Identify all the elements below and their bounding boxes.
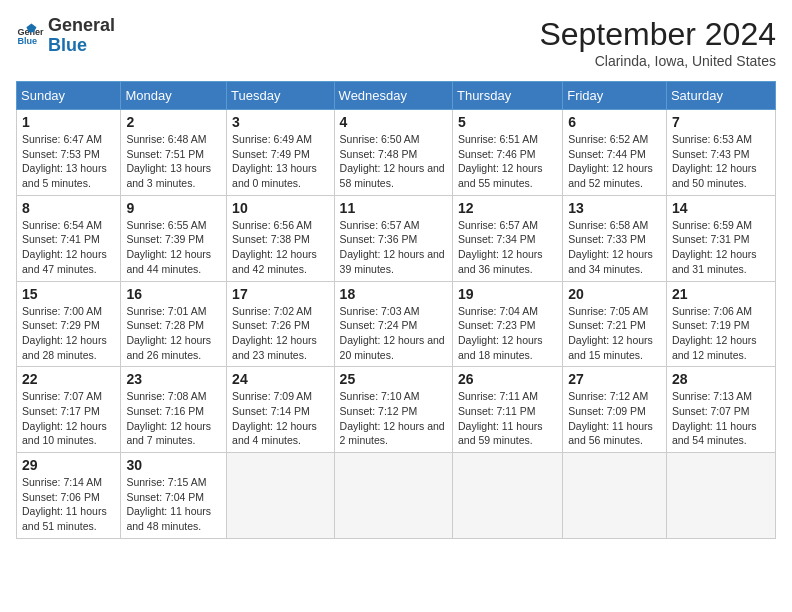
day-number: 21 xyxy=(672,286,770,302)
day-number: 12 xyxy=(458,200,557,216)
day-info: Sunrise: 7:14 AMSunset: 7:06 PMDaylight:… xyxy=(22,476,107,532)
day-number: 29 xyxy=(22,457,115,473)
day-number: 14 xyxy=(672,200,770,216)
calendar-week-row: 15 Sunrise: 7:00 AMSunset: 7:29 PMDaylig… xyxy=(17,281,776,367)
day-info: Sunrise: 7:06 AMSunset: 7:19 PMDaylight:… xyxy=(672,305,757,361)
day-info: Sunrise: 6:56 AMSunset: 7:38 PMDaylight:… xyxy=(232,219,317,275)
calendar-week-row: 8 Sunrise: 6:54 AMSunset: 7:41 PMDayligh… xyxy=(17,195,776,281)
calendar-cell: 12 Sunrise: 6:57 AMSunset: 7:34 PMDaylig… xyxy=(452,195,562,281)
title-block: September 2024 Clarinda, Iowa, United St… xyxy=(539,16,776,69)
header-sunday: Sunday xyxy=(17,82,121,110)
calendar-cell: 27 Sunrise: 7:12 AMSunset: 7:09 PMDaylig… xyxy=(563,367,667,453)
day-info: Sunrise: 6:52 AMSunset: 7:44 PMDaylight:… xyxy=(568,133,653,189)
day-info: Sunrise: 7:11 AMSunset: 7:11 PMDaylight:… xyxy=(458,390,543,446)
header-thursday: Thursday xyxy=(452,82,562,110)
calendar-cell: 29 Sunrise: 7:14 AMSunset: 7:06 PMDaylig… xyxy=(17,453,121,539)
logo-icon: General Blue xyxy=(16,22,44,50)
day-info: Sunrise: 7:09 AMSunset: 7:14 PMDaylight:… xyxy=(232,390,317,446)
day-number: 30 xyxy=(126,457,221,473)
month-title: September 2024 xyxy=(539,16,776,53)
day-info: Sunrise: 7:13 AMSunset: 7:07 PMDaylight:… xyxy=(672,390,757,446)
calendar-cell xyxy=(452,453,562,539)
calendar-cell: 2 Sunrise: 6:48 AMSunset: 7:51 PMDayligh… xyxy=(121,110,227,196)
calendar-week-row: 22 Sunrise: 7:07 AMSunset: 7:17 PMDaylig… xyxy=(17,367,776,453)
calendar-cell: 11 Sunrise: 6:57 AMSunset: 7:36 PMDaylig… xyxy=(334,195,452,281)
header-tuesday: Tuesday xyxy=(227,82,334,110)
calendar-cell: 10 Sunrise: 6:56 AMSunset: 7:38 PMDaylig… xyxy=(227,195,334,281)
day-info: Sunrise: 6:58 AMSunset: 7:33 PMDaylight:… xyxy=(568,219,653,275)
calendar-cell: 7 Sunrise: 6:53 AMSunset: 7:43 PMDayligh… xyxy=(666,110,775,196)
calendar-cell xyxy=(334,453,452,539)
day-info: Sunrise: 7:01 AMSunset: 7:28 PMDaylight:… xyxy=(126,305,211,361)
day-number: 20 xyxy=(568,286,661,302)
location: Clarinda, Iowa, United States xyxy=(539,53,776,69)
day-number: 25 xyxy=(340,371,447,387)
day-info: Sunrise: 6:48 AMSunset: 7:51 PMDaylight:… xyxy=(126,133,211,189)
calendar-cell: 25 Sunrise: 7:10 AMSunset: 7:12 PMDaylig… xyxy=(334,367,452,453)
day-info: Sunrise: 6:55 AMSunset: 7:39 PMDaylight:… xyxy=(126,219,211,275)
day-number: 10 xyxy=(232,200,328,216)
day-number: 11 xyxy=(340,200,447,216)
day-info: Sunrise: 6:51 AMSunset: 7:46 PMDaylight:… xyxy=(458,133,543,189)
calendar-cell xyxy=(666,453,775,539)
calendar-cell: 16 Sunrise: 7:01 AMSunset: 7:28 PMDaylig… xyxy=(121,281,227,367)
day-info: Sunrise: 6:47 AMSunset: 7:53 PMDaylight:… xyxy=(22,133,107,189)
day-number: 9 xyxy=(126,200,221,216)
day-number: 23 xyxy=(126,371,221,387)
day-number: 7 xyxy=(672,114,770,130)
day-info: Sunrise: 6:57 AMSunset: 7:36 PMDaylight:… xyxy=(340,219,445,275)
day-info: Sunrise: 7:10 AMSunset: 7:12 PMDaylight:… xyxy=(340,390,445,446)
calendar-cell: 28 Sunrise: 7:13 AMSunset: 7:07 PMDaylig… xyxy=(666,367,775,453)
day-info: Sunrise: 7:05 AMSunset: 7:21 PMDaylight:… xyxy=(568,305,653,361)
calendar-cell: 15 Sunrise: 7:00 AMSunset: 7:29 PMDaylig… xyxy=(17,281,121,367)
calendar-header-row: SundayMondayTuesdayWednesdayThursdayFrid… xyxy=(17,82,776,110)
calendar-cell: 17 Sunrise: 7:02 AMSunset: 7:26 PMDaylig… xyxy=(227,281,334,367)
header-saturday: Saturday xyxy=(666,82,775,110)
calendar-cell: 3 Sunrise: 6:49 AMSunset: 7:49 PMDayligh… xyxy=(227,110,334,196)
day-info: Sunrise: 7:02 AMSunset: 7:26 PMDaylight:… xyxy=(232,305,317,361)
calendar-week-row: 29 Sunrise: 7:14 AMSunset: 7:06 PMDaylig… xyxy=(17,453,776,539)
logo: General Blue General Blue xyxy=(16,16,115,56)
calendar-cell: 9 Sunrise: 6:55 AMSunset: 7:39 PMDayligh… xyxy=(121,195,227,281)
day-number: 6 xyxy=(568,114,661,130)
day-number: 18 xyxy=(340,286,447,302)
header-monday: Monday xyxy=(121,82,227,110)
day-number: 16 xyxy=(126,286,221,302)
day-info: Sunrise: 7:04 AMSunset: 7:23 PMDaylight:… xyxy=(458,305,543,361)
calendar-cell: 4 Sunrise: 6:50 AMSunset: 7:48 PMDayligh… xyxy=(334,110,452,196)
day-info: Sunrise: 7:07 AMSunset: 7:17 PMDaylight:… xyxy=(22,390,107,446)
calendar-table: SundayMondayTuesdayWednesdayThursdayFrid… xyxy=(16,81,776,539)
day-info: Sunrise: 6:50 AMSunset: 7:48 PMDaylight:… xyxy=(340,133,445,189)
day-info: Sunrise: 6:49 AMSunset: 7:49 PMDaylight:… xyxy=(232,133,317,189)
header-wednesday: Wednesday xyxy=(334,82,452,110)
calendar-cell: 22 Sunrise: 7:07 AMSunset: 7:17 PMDaylig… xyxy=(17,367,121,453)
day-info: Sunrise: 7:15 AMSunset: 7:04 PMDaylight:… xyxy=(126,476,211,532)
day-info: Sunrise: 6:59 AMSunset: 7:31 PMDaylight:… xyxy=(672,219,757,275)
day-number: 3 xyxy=(232,114,328,130)
day-number: 2 xyxy=(126,114,221,130)
page-header: General Blue General Blue September 2024… xyxy=(16,16,776,69)
calendar-cell: 5 Sunrise: 6:51 AMSunset: 7:46 PMDayligh… xyxy=(452,110,562,196)
day-number: 26 xyxy=(458,371,557,387)
day-number: 22 xyxy=(22,371,115,387)
calendar-cell xyxy=(563,453,667,539)
calendar-cell: 24 Sunrise: 7:09 AMSunset: 7:14 PMDaylig… xyxy=(227,367,334,453)
day-number: 13 xyxy=(568,200,661,216)
day-number: 5 xyxy=(458,114,557,130)
calendar-cell: 19 Sunrise: 7:04 AMSunset: 7:23 PMDaylig… xyxy=(452,281,562,367)
day-info: Sunrise: 6:53 AMSunset: 7:43 PMDaylight:… xyxy=(672,133,757,189)
calendar-cell: 1 Sunrise: 6:47 AMSunset: 7:53 PMDayligh… xyxy=(17,110,121,196)
calendar-cell: 14 Sunrise: 6:59 AMSunset: 7:31 PMDaylig… xyxy=(666,195,775,281)
calendar-cell: 23 Sunrise: 7:08 AMSunset: 7:16 PMDaylig… xyxy=(121,367,227,453)
calendar-cell: 6 Sunrise: 6:52 AMSunset: 7:44 PMDayligh… xyxy=(563,110,667,196)
day-number: 4 xyxy=(340,114,447,130)
day-info: Sunrise: 7:12 AMSunset: 7:09 PMDaylight:… xyxy=(568,390,653,446)
day-info: Sunrise: 7:03 AMSunset: 7:24 PMDaylight:… xyxy=(340,305,445,361)
day-number: 27 xyxy=(568,371,661,387)
day-number: 17 xyxy=(232,286,328,302)
day-info: Sunrise: 6:54 AMSunset: 7:41 PMDaylight:… xyxy=(22,219,107,275)
calendar-week-row: 1 Sunrise: 6:47 AMSunset: 7:53 PMDayligh… xyxy=(17,110,776,196)
day-number: 8 xyxy=(22,200,115,216)
day-info: Sunrise: 7:08 AMSunset: 7:16 PMDaylight:… xyxy=(126,390,211,446)
calendar-cell: 8 Sunrise: 6:54 AMSunset: 7:41 PMDayligh… xyxy=(17,195,121,281)
